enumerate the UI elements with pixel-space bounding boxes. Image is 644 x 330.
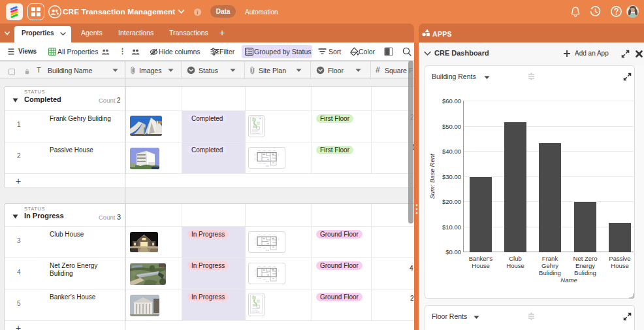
svg-text:$10.00: $10.00 bbox=[442, 223, 461, 231]
svg-text:$30.00: $30.00 bbox=[442, 173, 461, 180]
svg-text:$20.00: $20.00 bbox=[442, 198, 461, 205]
svg-text:Name: Name bbox=[560, 276, 577, 284]
svg-text:Passive: Passive bbox=[609, 255, 630, 262]
svg-text:House: House bbox=[611, 262, 628, 269]
svg-text:$0.00: $0.00 bbox=[445, 248, 461, 256]
svg-text:Gehry: Gehry bbox=[541, 262, 558, 269]
svg-text:Sum: Base Rent: Sum: Base Rent bbox=[428, 154, 436, 199]
svg-text:Buliding: Buliding bbox=[539, 269, 561, 276]
svg-text:Net Zero: Net Zero bbox=[573, 255, 598, 262]
svg-text:House: House bbox=[472, 262, 489, 269]
svg-text:Club: Club bbox=[509, 255, 522, 262]
svg-text:Buliding: Buliding bbox=[574, 269, 596, 276]
svg-text:Frank: Frank bbox=[542, 255, 558, 262]
svg-text:$40.00: $40.00 bbox=[442, 148, 461, 155]
svg-text:Energy: Energy bbox=[575, 262, 595, 269]
svg-text:$50.00: $50.00 bbox=[442, 123, 461, 130]
svg-text:House: House bbox=[506, 262, 524, 269]
svg-text:$60.00: $60.00 bbox=[442, 97, 461, 105]
svg-text:Banker's: Banker's bbox=[469, 255, 493, 262]
